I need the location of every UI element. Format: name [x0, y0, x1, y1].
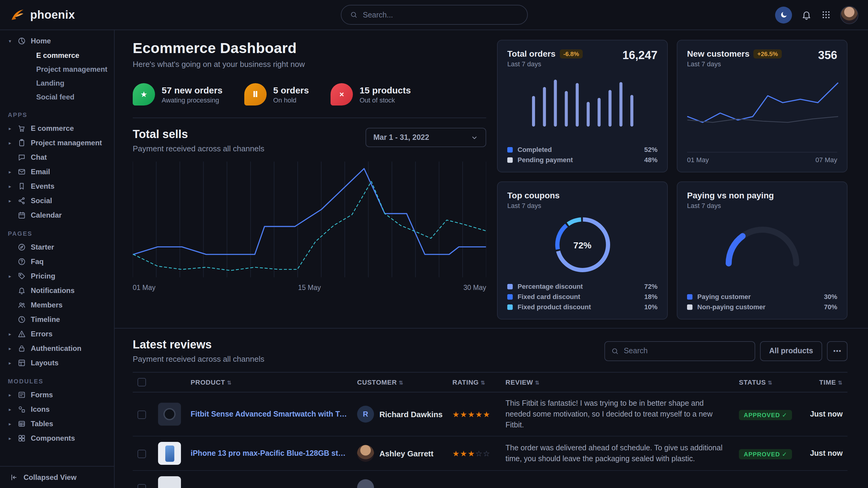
global-search[interactable] — [341, 5, 527, 25]
pie-icon — [18, 37, 26, 45]
star-icon: ★ — [133, 83, 155, 105]
sidebar-subitem-project-management[interactable]: Project management — [7, 62, 108, 76]
card-title: Total orders — [507, 49, 556, 59]
sidebar-item-errors[interactable]: ▸ Errors — [7, 327, 108, 341]
column-header-customer[interactable]: CUSTOMER⇅ — [352, 372, 447, 392]
card-period: Last 7 days — [687, 202, 774, 209]
legend-item: Paying customer 30% — [687, 293, 837, 300]
alert-icon — [18, 330, 26, 338]
legend-item: Completed 52% — [507, 146, 657, 153]
status-badge: APPROVED ✓ — [739, 449, 792, 459]
sidebar-subitem-landing[interactable]: Landing — [7, 76, 108, 90]
main-content: Ecommerce Dashboard Here's what's going … — [115, 30, 868, 488]
row-checkbox[interactable] — [137, 411, 146, 419]
sidebar-subitem-social-feed[interactable]: Social feed — [7, 90, 108, 104]
sidebar-item-label: Timeline — [31, 315, 60, 324]
legend-item: Fixed card discount 18% — [507, 293, 657, 300]
sidebar-item-faq[interactable]: Faq — [7, 254, 108, 269]
clipboard-icon — [18, 139, 26, 147]
legend-label: Fixed product discount — [518, 303, 591, 311]
sidebar-item-layouts[interactable]: ▸ Layouts — [7, 356, 108, 370]
sidebar-item-label: Icons — [31, 405, 50, 414]
sidebar-nav: ▾ HomeE commerceProject managementLandin… — [0, 34, 114, 466]
legend-item: Fixed product discount 10% — [507, 303, 657, 311]
sidebar-subitem-e-commerce[interactable]: E commerce — [7, 48, 108, 62]
legend-swatch — [687, 304, 692, 310]
stats-row: ★ 57 new orders Awating processing Ⅱ 5 o… — [133, 83, 486, 105]
sort-icon: ⇅ — [399, 380, 404, 386]
stat-on-hold: Ⅱ 5 orders On hold — [244, 83, 309, 105]
apps-menu-button[interactable] — [821, 10, 831, 20]
sidebar-item-tables[interactable]: ▸ Tables — [7, 417, 108, 431]
legend-value: 48% — [644, 156, 657, 163]
sidebar-item-calendar[interactable]: Calendar — [7, 208, 108, 223]
notifications-button[interactable] — [801, 9, 812, 20]
sidebar-item-label: Starter — [31, 243, 54, 251]
row-checkbox[interactable] — [137, 484, 146, 488]
sidebar-item-starter[interactable]: Starter — [7, 240, 108, 254]
chevron-down-icon — [470, 133, 478, 141]
legend-value: 18% — [644, 293, 657, 300]
sidebar-item-events[interactable]: ▸ Events — [7, 179, 108, 194]
brand[interactable]: phoenix — [10, 7, 75, 23]
sidebar-item-label: Faq — [31, 257, 44, 266]
total-orders-legend: Completed 52% Pending payment 48% — [507, 146, 657, 163]
sidebar-item-home[interactable]: ▾ Home — [7, 34, 108, 48]
users-icon — [18, 301, 26, 309]
sidebar-item-icons[interactable]: ▸ Icons — [7, 402, 108, 417]
dark-mode-toggle[interactable] — [775, 6, 792, 23]
sidebar-item-project-management[interactable]: ▸ Project management — [7, 136, 108, 150]
reviews-search[interactable] — [604, 341, 755, 361]
stat-value: 57 new orders — [162, 85, 223, 95]
sidebar-item-e-commerce[interactable]: ▸ E commerce — [7, 121, 108, 136]
stat-value: 15 products — [360, 85, 411, 95]
column-header-product[interactable]: PRODUCT⇅ — [186, 372, 352, 392]
sidebar-item-notifications[interactable]: Notifications — [7, 283, 108, 298]
sidebar-item-label: Email — [31, 168, 50, 176]
column-header-time[interactable]: TIME⇅ — [799, 372, 847, 392]
reviews-search-input[interactable] — [624, 347, 749, 355]
sidebar-item-label: Chat — [31, 153, 47, 162]
column-header-rating[interactable]: RATING⇅ — [447, 372, 501, 392]
sort-icon: ⇅ — [227, 380, 231, 386]
stat-out-of-stock: × 15 products Out of stock — [331, 83, 411, 105]
sidebar-item-label: Tables — [31, 420, 53, 428]
row-checkbox[interactable] — [137, 450, 146, 458]
sidebar-item-label: Notifications — [31, 286, 74, 295]
column-header-status[interactable]: STATUS⇅ — [734, 372, 799, 392]
sidebar-item-timeline[interactable]: Timeline — [7, 312, 108, 327]
caret-right-icon: ▸ — [7, 360, 13, 366]
sidebar-item-forms[interactable]: ▸ Forms — [7, 388, 108, 402]
trend-badge: -6.8% — [560, 49, 583, 58]
all-products-button[interactable]: All products — [760, 341, 822, 361]
sidebar-item-email[interactable]: ▸ Email — [7, 165, 108, 179]
select-all-checkbox[interactable] — [137, 378, 146, 386]
legend-value: 52% — [644, 146, 657, 153]
sidebar-section-title: PAGES — [8, 230, 108, 237]
sidebar-item-pricing[interactable]: ▸ Pricing — [7, 269, 108, 283]
sidebar-item-authentication[interactable]: ▸ Authentication — [7, 341, 108, 356]
search-icon — [349, 11, 358, 19]
sidebar-item-label: Project management — [31, 139, 102, 147]
caret-right-icon: ▸ — [7, 421, 13, 426]
bell-icon — [18, 286, 26, 295]
card-title: Top coupons — [507, 191, 560, 200]
legend-item: Non-paying customer 70% — [687, 303, 837, 311]
global-search-input[interactable] — [363, 10, 519, 19]
product-link[interactable]: Fitbit Sense Advanced Smartwatch with To… — [191, 410, 347, 419]
more-options-button[interactable]: ⋯ — [827, 341, 847, 361]
sidebar-item-components[interactable]: ▸ Components — [7, 431, 108, 446]
page-title: Ecommerce Dashboard — [133, 40, 486, 57]
sidebar-item-social[interactable]: ▸ Social — [7, 194, 108, 208]
user-avatar[interactable] — [840, 6, 858, 24]
total-sells-subtitle: Payment received across all channels — [133, 144, 264, 153]
reviews-table: PRODUCT⇅CUSTOMER⇅RATING⇅REVIEW⇅STATUS⇅TI… — [133, 372, 847, 488]
total-sells-chart — [133, 162, 486, 277]
collapse-sidebar-button[interactable]: Collapsed View — [0, 466, 114, 488]
product-link[interactable]: iPhone 13 pro max-Pacific Blue-128GB sto… — [191, 449, 347, 458]
date-range-select[interactable]: Mar 1 - 31, 2022 — [366, 128, 486, 147]
sidebar-item-chat[interactable]: Chat — [7, 150, 108, 165]
column-header-review[interactable]: REVIEW⇅ — [501, 372, 734, 392]
sidebar-item-members[interactable]: Members — [7, 298, 108, 312]
sort-icon: ⇅ — [768, 380, 773, 386]
